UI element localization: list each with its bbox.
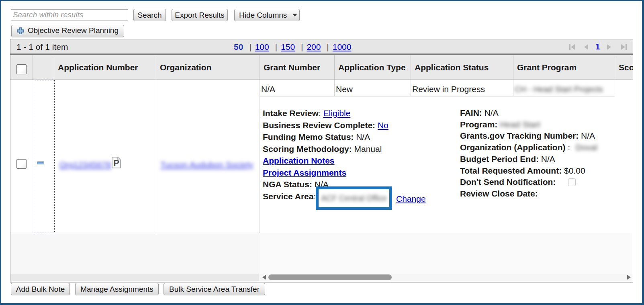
svg-text:P: P — [114, 158, 119, 168]
